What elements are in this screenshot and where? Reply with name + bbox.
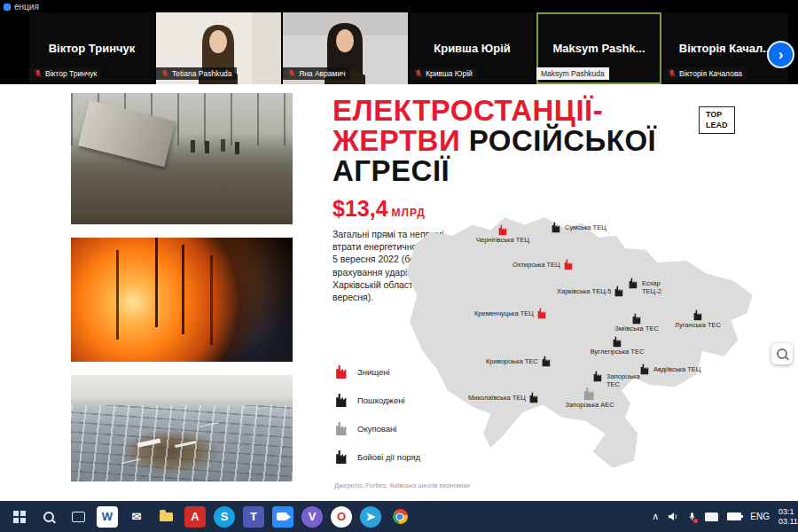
desktop-screen: енция Віктор Тринчук Віктор Тринчук bbox=[0, 0, 798, 532]
factory-icon bbox=[692, 309, 704, 321]
mic-tray-icon[interactable] bbox=[688, 512, 696, 522]
plant-marker-sumska: Сумська ТЕЦ bbox=[551, 222, 606, 233]
window-title-text: енция bbox=[14, 2, 39, 12]
factory-icon bbox=[628, 278, 639, 289]
opera-icon[interactable]: O bbox=[331, 506, 352, 528]
participant-label: Вікторія Качалова bbox=[663, 67, 747, 80]
magnifier-icon bbox=[777, 348, 787, 359]
factory-icon bbox=[563, 259, 575, 270]
legend-item-damaged: Пошкоджені bbox=[334, 393, 420, 408]
slide-title: ЕЛЕКТРОСТАНЦІЇ- ЖЕРТВИ РОСІЙСЬКОЇ АГРЕСІ… bbox=[332, 96, 656, 186]
mic-muted-icon bbox=[160, 69, 169, 78]
skype-icon[interactable]: S bbox=[214, 506, 235, 528]
participant-tile-kryvsha[interactable]: Кривша Юрій Кривша Юрій bbox=[410, 12, 535, 84]
legend-label: Знищені bbox=[357, 367, 390, 377]
plant-label: Охтирська ТЕЦ bbox=[512, 259, 560, 270]
start-button[interactable] bbox=[9, 506, 30, 528]
participant-tile-maksym-active[interactable]: Maksym Pashk... Maksym Pashkuda bbox=[536, 12, 661, 84]
factory-icon bbox=[541, 356, 552, 367]
legend-label: Пошкоджені bbox=[357, 395, 405, 405]
factory-icon bbox=[334, 393, 349, 408]
plant-label: Авдіївська ТЕЦ bbox=[653, 364, 700, 374]
window-title: енция bbox=[4, 2, 39, 12]
participant-label-text: Вікторія Качалова bbox=[679, 69, 742, 78]
participant-label-text: Віктор Тринчук bbox=[45, 69, 97, 78]
magnifier-button[interactable] bbox=[771, 343, 793, 364]
tray-expand-icon[interactable]: ∧ bbox=[652, 511, 659, 522]
plant-marker-kremenchutska: Кременчуцька ТЕЦ bbox=[474, 308, 548, 319]
plant-marker-okhtyrska: Охтирська ТЕЦ bbox=[512, 259, 575, 270]
taskbar: W ✉ A S T V O ➤ ∧ ENG 03:1 03.11 bbox=[0, 501, 798, 532]
ukraine-map bbox=[390, 198, 776, 486]
title-line2-red: ЖЕРТВИ bbox=[332, 124, 460, 157]
plant-marker-vuhlehirska: Вуглегірська ТЕС bbox=[585, 336, 649, 356]
plant-label: Сумська ТЕЦ bbox=[565, 222, 606, 232]
factory-icon bbox=[583, 387, 597, 401]
participant-tile-yana[interactable]: Яна Аврамич bbox=[283, 12, 408, 84]
mail-icon[interactable]: ✉ bbox=[126, 506, 147, 528]
plant-label: Запорізька АЕС bbox=[565, 402, 614, 410]
participant-label: Maksym Pashkuda bbox=[536, 67, 609, 80]
clock[interactable]: 03:1 03.11 bbox=[778, 507, 798, 527]
plant-label: Криворізька ТЕС bbox=[486, 356, 538, 366]
legend-label: Бойові дії поряд bbox=[357, 452, 420, 462]
factory-icon bbox=[497, 224, 509, 236]
taskbar-icons: W ✉ A S T V O ➤ bbox=[0, 506, 411, 528]
video-strip: енция Віктор Тринчук Віктор Тринчук bbox=[0, 0, 798, 84]
mic-muted-icon bbox=[34, 69, 43, 78]
mic-muted-icon bbox=[668, 69, 677, 78]
plant-label: Харківська ТЕЦ-5 bbox=[557, 286, 611, 296]
touch-keyboard-icon[interactable] bbox=[705, 512, 718, 521]
factory-icon bbox=[631, 313, 643, 325]
title-line3: АГРЕСІЇ bbox=[332, 154, 450, 187]
plant-marker-luhanska: Луганська ТЕС bbox=[670, 309, 725, 330]
legend-item-destroyed: Знищені bbox=[334, 364, 420, 379]
system-tray: ∧ ENG 03:1 03.11 bbox=[652, 507, 798, 527]
volume-icon[interactable] bbox=[668, 512, 679, 521]
chrome-ball-icon bbox=[393, 509, 408, 524]
legend-item-combat-nearby: Бойові дії поряд bbox=[334, 450, 420, 465]
plant-marker-zaporizka-aes: Запорізька АЕС bbox=[559, 387, 621, 410]
telegram-icon[interactable]: ➤ bbox=[360, 506, 381, 528]
folder-icon bbox=[160, 512, 173, 521]
zoom-icon[interactable] bbox=[272, 506, 293, 528]
participant-label: Кривша Юрій bbox=[410, 67, 477, 80]
chrome-icon[interactable] bbox=[389, 506, 411, 528]
factory-icon bbox=[334, 364, 349, 379]
participant-tile-viktor[interactable]: Віктор Тринчук Віктор Тринчук bbox=[29, 12, 154, 84]
photo-power-plant-fire bbox=[71, 238, 293, 362]
viber-icon[interactable]: V bbox=[301, 506, 323, 528]
next-participants-button[interactable]: › bbox=[767, 41, 794, 68]
photo-destroyed-substation bbox=[71, 93, 293, 224]
title-line1: ЕЛЕКТРОСТАНЦІЇ- bbox=[332, 94, 603, 127]
plant-marker-kryvorizka: Криворізька ТЕС bbox=[486, 356, 552, 367]
participant-tile-tetiana[interactable]: Tetiana Pashkuda bbox=[156, 12, 281, 84]
title-line2-black: РОСІЙСЬКОЇ bbox=[460, 124, 656, 157]
factory-icon bbox=[612, 336, 623, 348]
search-button[interactable] bbox=[38, 506, 59, 528]
battery-icon[interactable] bbox=[727, 512, 741, 520]
mic-muted-icon bbox=[287, 69, 296, 78]
participant-label: Tetiana Pashkuda bbox=[156, 67, 237, 80]
language-indicator[interactable]: ENG bbox=[750, 512, 770, 521]
plant-marker-chernihivska: Чернігівська ТЕЦ bbox=[468, 224, 537, 245]
plant-marker-mykolaivska: Миколаївська ТЕЦ bbox=[468, 392, 540, 403]
participant-label-text: Tetiana Pashkuda bbox=[172, 69, 232, 78]
teams-icon[interactable]: T bbox=[243, 506, 264, 528]
word-icon[interactable]: W bbox=[97, 506, 118, 528]
legend-label: Окуповані bbox=[357, 424, 396, 434]
shared-slide: ЕЛЕКТРОСТАНЦІЇ- ЖЕРТВИ РОСІЙСЬКОЇ АГРЕСІ… bbox=[0, 84, 798, 501]
clock-time: 03:1 bbox=[778, 507, 794, 516]
file-explorer-icon[interactable] bbox=[155, 506, 176, 528]
task-view-button[interactable] bbox=[67, 506, 89, 528]
participant-label: Віктор Тринчук bbox=[29, 67, 101, 80]
factory-icon bbox=[592, 371, 604, 382]
pdf-icon[interactable]: A bbox=[184, 506, 206, 528]
mic-muted-icon bbox=[414, 69, 423, 78]
plant-marker-zmiivska: Зміївська ТЕС bbox=[608, 313, 665, 333]
task-view-icon bbox=[72, 512, 85, 522]
plant-label: Зміївська ТЕС bbox=[614, 325, 659, 333]
amount-value: $13,4 bbox=[332, 196, 388, 221]
plant-label: Миколаївська ТЕЦ bbox=[468, 392, 526, 403]
camera-icon bbox=[277, 512, 287, 520]
